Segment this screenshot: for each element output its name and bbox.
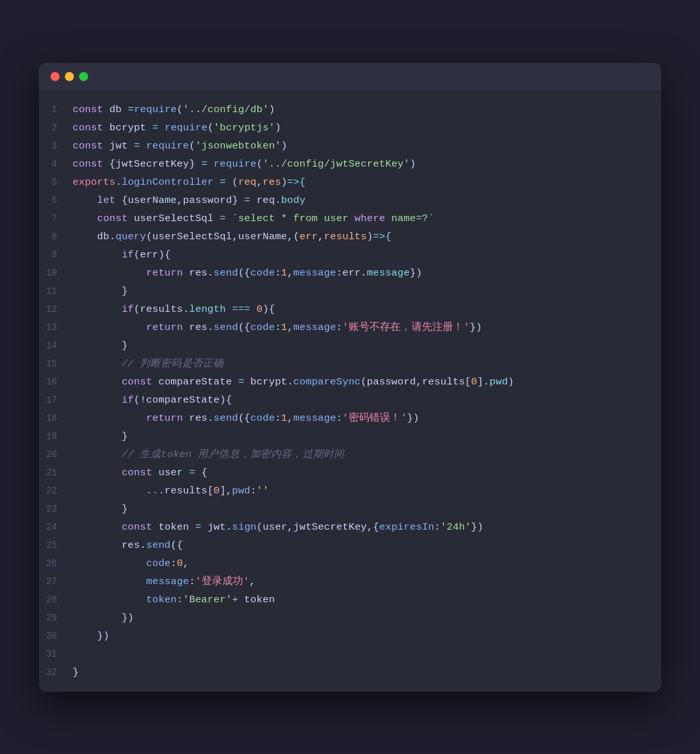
line-16: 16 const compareState = bcrypt.compareSy…: [39, 373, 661, 391]
line-29: 29 }): [39, 609, 661, 627]
line-3: 3 const jwt = require('jsonwebtoken'): [39, 137, 661, 155]
line-5: 5 exports.loginController = (req,res)=>{: [39, 173, 661, 191]
line-8: 8 db.query(userSelectSql,userName,(err,r…: [39, 228, 661, 246]
line-9: 9 if(err){: [39, 246, 661, 264]
line-21: 21 const user = {: [39, 464, 661, 482]
line-14: 14 }: [39, 336, 661, 355]
line-25: 25 res.send({: [39, 536, 661, 554]
line-12: 12 if(results.length === 0){: [39, 300, 661, 318]
line-4: 4 const {jwtSecretKey} = require('../con…: [39, 155, 661, 173]
line-15: 15 // 判断密码是否正确: [39, 355, 661, 373]
line-1: 1 const db =require('../config/db'): [39, 100, 661, 119]
line-26: 26 code:0,: [39, 554, 661, 572]
line-31: 31: [39, 645, 661, 663]
line-7: 7 const userSelectSql = `select * from u…: [39, 209, 661, 228]
code-window: 1 const db =require('../config/db') 2 co…: [39, 63, 661, 692]
line-27: 27 message:'登录成功',: [39, 572, 661, 591]
line-24: 24 const token = jwt.sign(user,jwtSecret…: [39, 518, 661, 536]
line-28: 28 token:'Bearer'+ token: [39, 591, 661, 609]
line-20: 20 // 生成token 用户信息，加密内容，过期时间: [39, 445, 661, 464]
line-17: 17 if(!compareState){: [39, 391, 661, 409]
titlebar: [39, 63, 661, 90]
close-button[interactable]: [51, 72, 60, 81]
line-22: 22 ...results[0],pwd:'': [39, 482, 661, 500]
line-6: 6 let {userName,password} = req.body: [39, 191, 661, 209]
code-editor: 1 const db =require('../config/db') 2 co…: [39, 90, 661, 692]
line-2: 2 const bcrypt = require('bcryptjs'): [39, 119, 661, 137]
minimize-button[interactable]: [65, 72, 74, 81]
line-19: 19 }: [39, 427, 661, 445]
line-23: 23 }: [39, 500, 661, 518]
line-10: 10 return res.send({code:1,message:err.m…: [39, 264, 661, 282]
line-18: 18 return res.send({code:1,message:'密码错误…: [39, 409, 661, 427]
line-13: 13 return res.send({code:1,message:'账号不存…: [39, 318, 661, 336]
line-11: 11 }: [39, 282, 661, 300]
maximize-button[interactable]: [79, 72, 88, 81]
line-32: 32 }: [39, 663, 661, 681]
line-30: 30 }): [39, 627, 661, 645]
